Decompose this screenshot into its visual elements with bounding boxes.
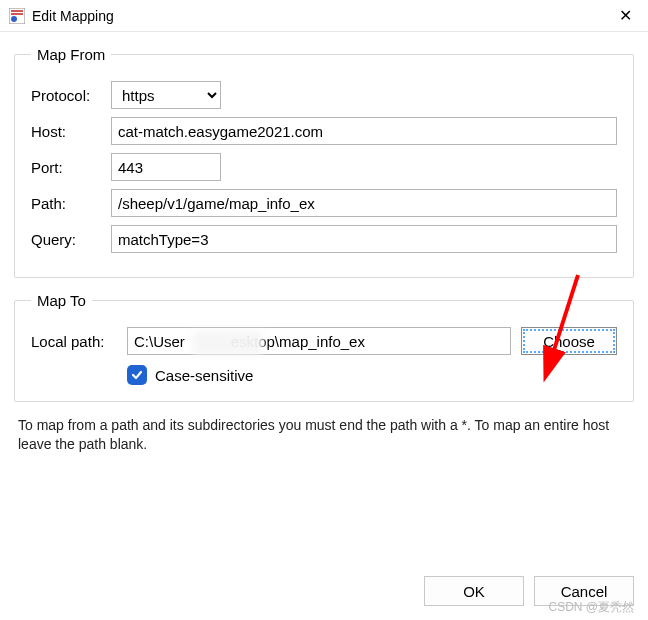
host-input[interactable] <box>111 117 617 145</box>
dialog-content: Map From Protocol: https Host: Port: Pat… <box>0 32 648 464</box>
group-map-to: Map To Local path: Choose Case-sensitive <box>14 292 634 402</box>
query-label: Query: <box>31 231 111 248</box>
hint-text: To map from a path and its subdirectorie… <box>14 416 634 464</box>
svg-point-1 <box>11 16 17 22</box>
ok-button[interactable]: OK <box>424 576 524 606</box>
case-sensitive-label: Case-sensitive <box>155 367 253 384</box>
protocol-label: Protocol: <box>31 87 111 104</box>
host-label: Host: <box>31 123 111 140</box>
group-map-from: Map From Protocol: https Host: Port: Pat… <box>14 46 634 278</box>
local-path-input[interactable] <box>127 327 511 355</box>
path-input[interactable] <box>111 189 617 217</box>
path-label: Path: <box>31 195 111 212</box>
close-icon[interactable]: ✕ <box>610 6 640 25</box>
port-input[interactable] <box>111 153 221 181</box>
case-sensitive-checkbox[interactable] <box>127 365 147 385</box>
port-label: Port: <box>31 159 111 176</box>
app-icon <box>8 7 26 25</box>
titlebar: Edit Mapping ✕ <box>0 0 648 32</box>
window-title: Edit Mapping <box>32 8 610 24</box>
dialog-buttons: OK Cancel <box>424 576 634 606</box>
protocol-select[interactable]: https <box>111 81 221 109</box>
choose-button[interactable]: Choose <box>521 327 617 355</box>
group-map-from-legend: Map From <box>31 46 111 63</box>
group-map-to-legend: Map To <box>31 292 92 309</box>
query-input[interactable] <box>111 225 617 253</box>
local-path-label: Local path: <box>31 333 127 350</box>
cancel-button[interactable]: Cancel <box>534 576 634 606</box>
